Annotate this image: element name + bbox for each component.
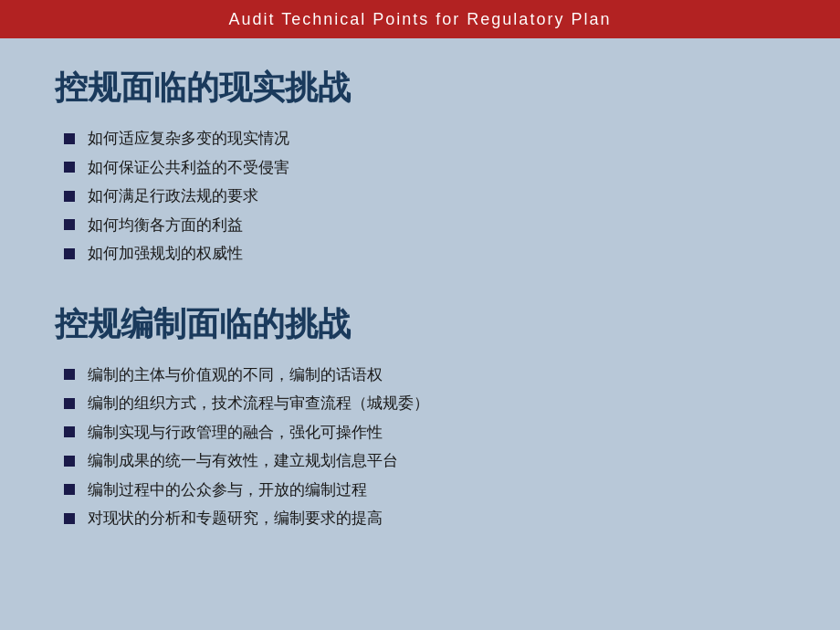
list-item: 编制过程中的公众参与，开放的编制过程 (64, 478, 785, 502)
bullet-text: 编制成果的统一与有效性，建立规划信息平台 (88, 449, 398, 473)
list-item: 如何加强规划的权威性 (64, 242, 785, 266)
header-bar: Audit Technical Points for Regulatory Pl… (0, 0, 840, 38)
list-item: 如何保证公共利益的不受侵害 (64, 156, 785, 180)
bullet-icon (64, 369, 75, 380)
bullet-text: 如何满足行政法规的要求 (88, 184, 258, 208)
list-item: 如何满足行政法规的要求 (64, 184, 785, 208)
list-item: 编制的组织方式，技术流程与审查流程（城规委） (64, 392, 785, 415)
list-item: 如何适应复杂多变的现实情况 (64, 127, 785, 151)
section2-title: 控规编制面临的挑战 (55, 302, 785, 347)
bullet-icon (64, 133, 75, 144)
list-item: 编制的主体与价值观的不同，编制的话语权 (64, 363, 785, 387)
bullet-text: 如何加强规划的权威性 (88, 242, 243, 266)
section2-bullet-list: 编制的主体与价值观的不同，编制的话语权 编制的组织方式，技术流程与审查流程（城规… (55, 363, 785, 530)
bullet-icon (64, 398, 75, 409)
page-container: Audit Technical Points for Regulatory Pl… (0, 0, 840, 630)
section1-title: 控规面临的现实挑战 (55, 66, 785, 110)
bullet-text: 编制的主体与价值观的不同，编制的话语权 (88, 363, 383, 387)
bullet-icon (64, 191, 75, 202)
bullet-text: 如何均衡各方面的利益 (88, 214, 243, 237)
bullet-icon (64, 513, 75, 524)
bullet-text: 如何保证公共利益的不受侵害 (88, 156, 289, 180)
bullet-text: 编制过程中的公众参与，开放的编制过程 (88, 478, 367, 502)
list-item: 编制实现与行政管理的融合，强化可操作性 (64, 421, 785, 445)
bullet-text: 编制的组织方式，技术流程与审查流程（城规委） (88, 392, 429, 415)
section1-bullet-list: 如何适应复杂多变的现实情况 如何保证公共利益的不受侵害 如何满足行政法规的要求 … (55, 127, 785, 266)
list-item: 对现状的分析和专题研究，编制要求的提高 (64, 507, 785, 530)
bullet-icon (64, 219, 75, 230)
bullet-icon (64, 248, 75, 259)
bullet-text: 编制实现与行政管理的融合，强化可操作性 (88, 421, 383, 445)
list-item: 编制成果的统一与有效性，建立规划信息平台 (64, 449, 785, 473)
bullet-icon (64, 426, 75, 437)
section2: 控规编制面临的挑战 编制的主体与价值观的不同，编制的话语权 编制的组织方式，技术… (55, 293, 785, 549)
bullet-text: 对现状的分析和专题研究，编制要求的提高 (88, 507, 383, 530)
bullet-text: 如何适应复杂多变的现实情况 (88, 127, 289, 151)
header-title: Audit Technical Points for Regulatory Pl… (229, 10, 612, 29)
list-item: 如何均衡各方面的利益 (64, 214, 785, 237)
main-content: 控规面临的现实挑战 如何适应复杂多变的现实情况 如何保证公共利益的不受侵害 如何… (0, 38, 840, 630)
bullet-icon (64, 162, 75, 173)
bullet-icon (64, 484, 75, 495)
bullet-icon (64, 456, 75, 467)
section1: 控规面临的现实挑战 如何适应复杂多变的现实情况 如何保证公共利益的不受侵害 如何… (55, 57, 785, 284)
